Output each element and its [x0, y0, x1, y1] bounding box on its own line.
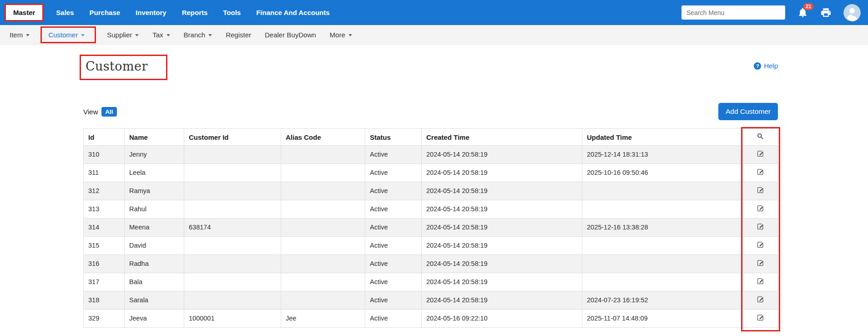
subnav-item-register[interactable]: Register — [219, 31, 258, 39]
subnav-item-label: More — [330, 31, 345, 39]
cell-status: Active — [365, 146, 422, 164]
chevron-down-icon — [26, 34, 30, 36]
table-header-row: Id Name Customer Id Alias Code Status Cr… — [84, 129, 778, 146]
edit-icon[interactable] — [757, 204, 764, 212]
edit-icon[interactable] — [757, 150, 764, 158]
cell-updated: 2025-12-14 18:31:13 — [582, 146, 743, 164]
cell-status: Active — [365, 310, 422, 328]
topnav-item-tools[interactable]: Tools — [215, 9, 248, 16]
column-header-updated-time: Updated Time — [582, 129, 743, 146]
cell-name: Jenny — [125, 146, 184, 164]
subnav-item-tax[interactable]: Tax — [146, 31, 177, 39]
subnav-item-supplier[interactable]: Supplier — [100, 31, 146, 39]
cell-name: Meena — [125, 219, 184, 237]
edit-icon[interactable] — [757, 259, 764, 267]
column-header-name: Name — [125, 129, 184, 146]
table-row: 317BalaActive2024-05-14 20:58:19 — [84, 273, 778, 291]
topnav-item-inventory[interactable]: Inventory — [128, 9, 174, 16]
subnav-item-customer[interactable]: Customer — [40, 26, 96, 43]
subnav-item-item[interactable]: Item — [3, 31, 36, 39]
cell-customer_id — [184, 237, 281, 255]
column-header-created-time: Created Time — [422, 129, 582, 146]
edit-icon[interactable] — [757, 241, 764, 249]
cell-name: Bala — [125, 273, 184, 291]
cell-alias_code — [281, 200, 365, 219]
cell-created: 2024-05-14 20:58:19 — [422, 255, 582, 273]
annotation-box-title: Customer — [80, 55, 167, 80]
question-circle-icon: ? — [754, 62, 761, 70]
cell-id: 311 — [84, 164, 125, 182]
cell-id: 312 — [84, 182, 125, 200]
cell-id: 315 — [84, 237, 125, 255]
print-button[interactable] — [820, 7, 832, 18]
user-avatar[interactable] — [843, 4, 861, 21]
cell-created: 2024-05-14 20:58:19 — [422, 182, 582, 200]
edit-icon[interactable] — [757, 223, 764, 230]
cell-updated — [582, 273, 743, 291]
table-row: 318SaralaActive2024-05-14 20:58:192024-0… — [84, 291, 778, 310]
cell-name: Sarala — [125, 291, 184, 310]
edit-icon[interactable] — [757, 295, 764, 303]
cell-actions — [743, 146, 778, 164]
cell-alias_code — [281, 219, 365, 237]
topnav-item-master[interactable]: Master — [5, 4, 44, 21]
customer-table: Id Name Customer Id Alias Code Status Cr… — [83, 128, 778, 328]
cell-alias_code — [281, 255, 365, 273]
topnav-item-reports[interactable]: Reports — [174, 9, 216, 16]
subnav-item-label: Supplier — [107, 31, 132, 39]
cell-alias_code: Jee — [281, 310, 365, 328]
add-customer-button[interactable]: Add Customer — [718, 103, 778, 120]
edit-icon[interactable] — [757, 186, 764, 194]
notifications-button[interactable]: 21 — [797, 7, 808, 18]
column-header-customer-id: Customer Id — [184, 129, 281, 146]
cell-id: 310 — [84, 146, 125, 164]
search-icon[interactable] — [757, 132, 764, 140]
subnav-item-label: Dealer BuyDown — [265, 31, 316, 39]
menu-search-input[interactable] — [681, 5, 785, 20]
view-all-badge[interactable]: All — [101, 107, 116, 117]
table-row: 312RamyaActive2024-05-14 20:58:19 — [84, 182, 778, 200]
cell-updated — [582, 182, 743, 200]
topnav-item-purchase[interactable]: Purchase — [82, 9, 128, 16]
edit-icon[interactable] — [757, 168, 764, 176]
cell-created: 2024-05-14 20:58:19 — [422, 200, 582, 219]
bell-icon — [797, 13, 808, 20]
notification-badge: 21 — [803, 3, 813, 10]
cell-updated — [582, 237, 743, 255]
cell-status: Active — [365, 219, 422, 237]
subnav-item-dealer-buydown[interactable]: Dealer BuyDown — [258, 31, 323, 39]
cell-status: Active — [365, 291, 422, 310]
help-label: Help — [764, 62, 778, 70]
view-label: View — [83, 108, 98, 116]
subnav-item-branch[interactable]: Branch — [177, 31, 219, 39]
cell-id: 314 — [84, 219, 125, 237]
cell-status: Active — [365, 164, 422, 182]
table-row: 329Jeeva1000001JeeActive2024-05-16 09:22… — [84, 310, 778, 328]
cell-actions — [743, 273, 778, 291]
cell-updated: 2025-12-16 13:38:28 — [582, 219, 743, 237]
view-filter: View All — [83, 107, 117, 117]
top-navbar: Master Sales Purchase Inventory Reports … — [0, 0, 868, 25]
cell-created: 2024-05-14 20:58:19 — [422, 146, 582, 164]
cell-actions — [743, 291, 778, 310]
cell-updated: 2025-11-07 14:48:09 — [582, 310, 743, 328]
cell-status: Active — [365, 237, 422, 255]
cell-customer_id — [184, 182, 281, 200]
cell-created: 2024-05-14 20:58:19 — [422, 273, 582, 291]
edit-icon[interactable] — [757, 314, 764, 321]
cell-updated — [582, 200, 743, 219]
topnav-item-finance-and-accounts[interactable]: Finance And Accounts — [248, 9, 337, 16]
cell-alias_code — [281, 146, 365, 164]
topnav-item-sales[interactable]: Sales — [48, 9, 81, 16]
cell-status: Active — [365, 273, 422, 291]
subnav-item-more[interactable]: More — [323, 31, 359, 39]
cell-id: 316 — [84, 255, 125, 273]
edit-icon[interactable] — [757, 277, 764, 285]
customer-table-body: 310JennyActive2024-05-14 20:58:192025-12… — [84, 146, 778, 328]
help-link[interactable]: ? Help — [754, 62, 778, 70]
cell-status: Active — [365, 182, 422, 200]
cell-alias_code — [281, 291, 365, 310]
cell-created: 2024-05-16 09:22:10 — [422, 310, 582, 328]
customer-page: Customer ? Help View All Add Customer Id… — [83, 55, 778, 336]
cell-created: 2024-05-14 20:58:19 — [422, 164, 582, 182]
